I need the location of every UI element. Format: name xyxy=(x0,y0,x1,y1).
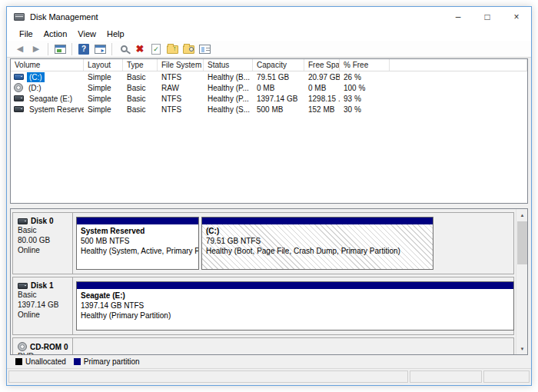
disk1-partitions: Seagate (E:) 1397.14 GB NTFS Healthy (Pr… xyxy=(74,277,513,334)
column-header-type[interactable]: Type xyxy=(123,59,158,71)
menu-bar: File Action View Help xyxy=(7,27,531,41)
volume-list-header: Volume Layout Type File System Status Ca… xyxy=(11,59,527,71)
column-header-filler xyxy=(390,59,527,71)
column-header-status[interactable]: Status xyxy=(204,59,253,71)
close-button[interactable]: × xyxy=(502,7,531,27)
toolbar-separator xyxy=(71,43,72,55)
toolbar: ◀ ▶ ? ▸ ✖ ✓ ↑ xyxy=(7,41,531,58)
volume-name: (D:) xyxy=(26,83,44,93)
primary-partition-bar xyxy=(77,218,198,224)
disk-icon xyxy=(14,95,24,101)
scroll-down-icon[interactable]: ▼ xyxy=(516,343,528,354)
partition-seagate-e[interactable]: Seagate (E:) 1397.14 GB NTFS Healthy (Pr… xyxy=(76,281,514,331)
disk1-status: Online xyxy=(18,310,72,320)
cdrom0-label[interactable]: CD-ROM 0 DVD xyxy=(13,338,73,354)
legend: Unallocated Primary partition xyxy=(10,355,528,367)
disk0-kind: Basic xyxy=(18,225,72,235)
volume-name: Seagate (E:) xyxy=(27,94,75,104)
scroll-up-icon[interactable]: ▲ xyxy=(516,209,528,221)
explore-folder-icon[interactable] xyxy=(181,42,195,56)
menu-help[interactable]: Help xyxy=(101,29,130,38)
cdrom0-kind: DVD xyxy=(18,351,72,354)
action-pane-icon[interactable]: ▸ xyxy=(93,42,107,56)
partition-system-reserved[interactable]: System Reserved 500 MB NTFS Healthy (Sys… xyxy=(76,217,199,270)
volume-name: System Reserved xyxy=(27,105,84,115)
menu-file[interactable]: File xyxy=(14,29,38,38)
cdrom0-partitions xyxy=(74,338,513,354)
column-header-volume[interactable]: Volume xyxy=(11,59,84,71)
legend-primary-partition: Primary partition xyxy=(74,357,140,366)
column-header-file-system[interactable]: File System xyxy=(158,59,204,71)
column-header-pct-free[interactable]: % Free xyxy=(340,59,390,71)
volume-row-c[interactable]: (C:) Simple Basic NTFS Healthy (B... 79.… xyxy=(11,71,527,82)
status-segment xyxy=(8,370,408,383)
primary-partition-bar xyxy=(77,282,513,289)
delete-volume-icon[interactable]: ✖ xyxy=(133,42,147,56)
primary-partition-swatch xyxy=(74,358,81,365)
cd-icon xyxy=(18,342,27,351)
graphical-view: Disk 0 Basic 80.00 GB Online System Rese… xyxy=(10,208,528,355)
help-icon[interactable]: ? xyxy=(77,42,91,56)
console-tree-icon[interactable] xyxy=(53,42,67,56)
scrollbar-thumb[interactable] xyxy=(517,221,527,264)
legend-unallocated: Unallocated xyxy=(15,357,66,366)
vertical-scrollbar[interactable]: ▲ ▼ xyxy=(516,209,527,354)
window-controls: – □ × xyxy=(443,7,531,27)
mark-partition-icon[interactable]: ✓ xyxy=(149,42,163,56)
status-segment xyxy=(410,370,482,383)
volume-name: (C:) xyxy=(27,72,45,82)
disk0-status: Online xyxy=(18,245,72,255)
volume-list: Volume Layout Type File System Status Ca… xyxy=(10,58,528,204)
volume-row-d[interactable]: (D:) Simple Basic RAW Healthy (P... 0 MB… xyxy=(11,82,527,93)
column-header-free-space[interactable]: Free Spa... xyxy=(304,59,340,71)
disk0-partitions: System Reserved 500 MB NTFS Healthy (Sys… xyxy=(74,213,513,274)
menu-view[interactable]: View xyxy=(72,29,101,38)
volume-row-e[interactable]: Seagate (E:) Simple Basic NTFS Healthy (… xyxy=(11,93,527,104)
status-segment xyxy=(483,370,530,383)
cdrom0-band: CD-ROM 0 DVD xyxy=(12,337,514,354)
primary-partition-bar xyxy=(202,218,433,224)
disk-management-window: Disk Management – □ × File Action View H… xyxy=(6,6,532,386)
column-header-layout[interactable]: Layout xyxy=(84,59,123,71)
toolbar-separator xyxy=(111,43,112,55)
disk-icon xyxy=(14,106,24,112)
disk-area: Disk 0 Basic 80.00 GB Online System Rese… xyxy=(11,209,516,354)
window-title: Disk Management xyxy=(30,12,98,22)
open-folder-icon[interactable]: ↑ xyxy=(165,42,179,56)
disk1-size: 1397.14 GB xyxy=(18,300,72,310)
cd-icon xyxy=(14,83,23,92)
column-header-capacity[interactable]: Capacity xyxy=(253,59,304,71)
disk-icon xyxy=(14,74,24,80)
titlebar: Disk Management – □ × xyxy=(7,7,531,27)
disk1-band: Disk 1 Basic 1397.14 GB Online Seagate (… xyxy=(12,277,514,335)
status-bar xyxy=(7,368,531,385)
disk1-label[interactable]: Disk 1 Basic 1397.14 GB Online xyxy=(13,277,73,334)
maximize-button[interactable]: □ xyxy=(473,7,502,27)
disk-icon xyxy=(18,218,28,224)
console-content: Volume Layout Type File System Status Ca… xyxy=(7,58,531,368)
disk0-size: 80.00 GB xyxy=(18,235,72,245)
tool-icon[interactable] xyxy=(117,42,131,56)
partition-c-selected[interactable]: (C:) 79.51 GB NTFS Healthy (Boot, Page F… xyxy=(201,217,433,270)
disk0-band: Disk 0 Basic 80.00 GB Online System Rese… xyxy=(12,212,514,274)
toolbar-separator xyxy=(48,43,48,55)
properties-icon[interactable] xyxy=(198,42,211,56)
minimize-button[interactable]: – xyxy=(443,7,473,27)
back-icon[interactable]: ◀ xyxy=(13,42,27,56)
disk1-kind: Basic xyxy=(18,290,72,300)
menu-action[interactable]: Action xyxy=(38,29,73,38)
forward-icon[interactable]: ▶ xyxy=(29,42,43,56)
disk0-label[interactable]: Disk 0 Basic 80.00 GB Online xyxy=(13,213,73,274)
volume-row-system-reserved[interactable]: System Reserved Simple Basic NTFS Health… xyxy=(11,104,527,115)
unallocated-swatch xyxy=(15,358,22,365)
app-icon xyxy=(14,13,25,21)
disk-icon xyxy=(18,283,28,289)
